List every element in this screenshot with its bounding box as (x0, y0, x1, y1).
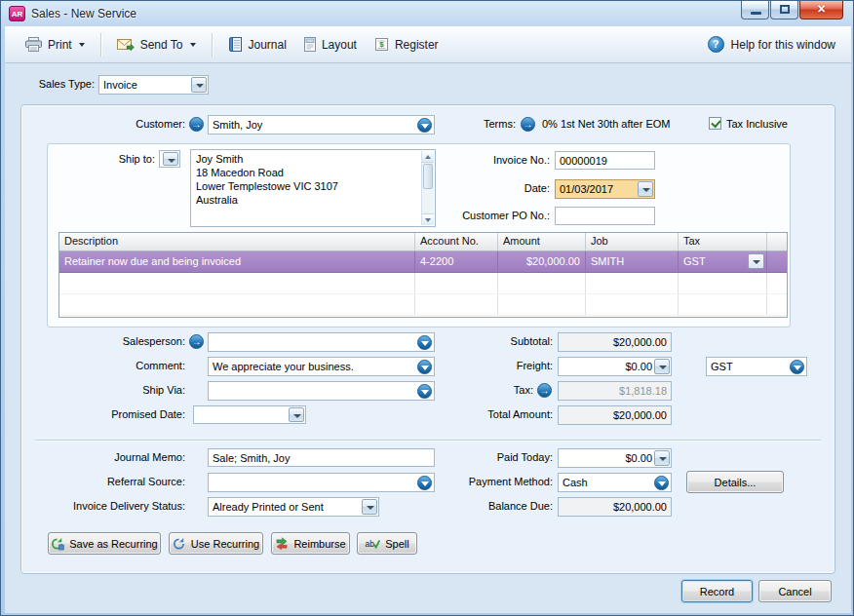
cell-description[interactable] (59, 294, 415, 315)
cell-blank[interactable] (767, 273, 787, 293)
tax-zoom-arrow-icon[interactable] (537, 383, 552, 398)
window: AR Sales - New Service Print (0, 0, 854, 616)
promised-date-combo[interactable] (193, 405, 306, 424)
table-row-selected[interactable]: Retainer now due and being invoiced 4-22… (59, 251, 787, 273)
cell-blank[interactable] (767, 251, 787, 272)
register-button[interactable]: $ Register (366, 31, 447, 58)
invoice-delivery-status-label: Invoice Delivery Status: (51, 500, 185, 512)
salesperson-zoom-arrow-icon[interactable] (189, 334, 204, 349)
section-divider (35, 440, 821, 442)
help-label: Help for this window (731, 38, 835, 52)
layout-button[interactable]: Layout (295, 31, 366, 58)
help-button[interactable]: Help for this window (704, 36, 839, 53)
date-dropdown-icon[interactable] (638, 181, 653, 197)
tax-inclusive-checkbox[interactable] (709, 117, 721, 130)
spell-icon: ab (365, 537, 380, 550)
ship-to-address-box[interactable]: Joy Smith 18 Macedon Road Lower Templest… (190, 149, 436, 227)
cell-job[interactable]: SMITH (586, 251, 679, 272)
cell-description[interactable]: Retainer now due and being invoiced (59, 251, 415, 272)
reimburse-button[interactable]: Reimburse (271, 532, 350, 555)
paid-today-field[interactable]: $0.00 (558, 448, 672, 468)
record-button[interactable]: Record (681, 580, 753, 602)
sales-type-dropdown-icon[interactable] (191, 77, 207, 93)
scrollbar-thumb[interactable] (423, 164, 433, 189)
cell-job[interactable] (586, 294, 679, 315)
payment-method-dropdown-icon[interactable] (654, 476, 669, 490)
window-title: Sales - New Service (31, 7, 136, 20)
customer-po-field[interactable] (555, 207, 655, 225)
cell-description[interactable] (59, 273, 415, 293)
send-to-button[interactable]: Send To (108, 31, 205, 58)
cancel-button[interactable]: Cancel (758, 580, 832, 602)
terms-value: 0% 1st Net 30th after EOM (542, 118, 670, 130)
journal-memo-value: Sale; Smith, Joy (213, 452, 430, 464)
print-label: Print (48, 38, 72, 52)
maximize-icon (780, 5, 790, 14)
invoice-no-label: Invoice No.: (408, 154, 550, 166)
customer-dropdown-icon[interactable] (417, 118, 432, 133)
referral-source-dropdown-icon[interactable] (417, 476, 432, 490)
cell-account[interactable] (415, 273, 498, 293)
save-as-recurring-button[interactable]: Save as Recurring (48, 532, 161, 555)
freight-tax-dropdown-icon[interactable] (790, 360, 804, 374)
spell-button[interactable]: ab Spell (357, 532, 417, 555)
cell-account[interactable]: 4-2200 (415, 251, 498, 272)
register-label: Register (395, 38, 439, 52)
payment-method-combo[interactable]: Cash (558, 473, 672, 492)
balance-due-field: $20,000.00 (558, 497, 672, 517)
referral-source-combo[interactable] (208, 473, 435, 492)
invoice-delivery-status-combo[interactable]: Already Printed or Sent (208, 497, 379, 517)
register-icon: $ (374, 37, 389, 52)
cell-account[interactable] (415, 294, 498, 315)
customer-combo[interactable]: Smith, Joy (208, 115, 435, 135)
journal-button[interactable]: Journal (219, 31, 295, 58)
sales-type-combo[interactable]: Invoice (98, 75, 209, 95)
comment-dropdown-icon[interactable] (417, 360, 432, 374)
cell-tax[interactable]: GST (679, 251, 767, 272)
date-field[interactable]: 01/03/2017 (555, 179, 655, 199)
ship-via-combo[interactable] (208, 381, 435, 401)
toolbar-separator (100, 33, 101, 57)
customer-zoom-arrow-icon[interactable] (189, 117, 204, 132)
cell-tax[interactable] (679, 273, 767, 293)
ship-to-selector[interactable] (159, 150, 180, 168)
sales-type-value: Invoice (103, 79, 189, 91)
cell-blank[interactable] (767, 294, 787, 315)
invoice-no-field[interactable]: 00000019 (555, 151, 655, 170)
help-icon (708, 36, 724, 53)
paid-today-dropdown-icon[interactable] (654, 450, 670, 466)
use-recurring-button[interactable]: Use Recurring (169, 532, 263, 555)
minimize-button[interactable] (741, 1, 769, 19)
maximize-button[interactable] (770, 1, 798, 19)
cell-job[interactable] (586, 273, 679, 293)
freight-field[interactable]: $0.00 (558, 357, 672, 376)
salesperson-combo[interactable] (208, 332, 435, 352)
journal-memo-field[interactable]: Sale; Smith, Joy (208, 448, 435, 467)
freight-value: $0.00 (563, 361, 652, 372)
table-row-empty[interactable] (59, 294, 787, 316)
promised-date-dropdown-icon[interactable] (289, 407, 304, 422)
salesperson-dropdown-icon[interactable] (417, 335, 432, 350)
table-row-empty[interactable] (59, 273, 787, 294)
invoice-delivery-status-dropdown-icon[interactable] (362, 499, 377, 515)
tax-code-dropdown-icon[interactable] (748, 253, 764, 269)
cell-amount[interactable] (498, 294, 586, 315)
freight-dropdown-icon[interactable] (654, 359, 670, 374)
ship-via-dropdown-icon[interactable] (417, 384, 432, 399)
reimburse-label: Reimburse (293, 538, 345, 550)
balance-due-value: $20,000.00 (563, 501, 667, 513)
cell-tax[interactable] (679, 294, 767, 315)
ship-to-dropdown-icon[interactable] (163, 152, 178, 166)
date-value: 01/03/2017 (560, 183, 636, 195)
details-button[interactable]: Details... (686, 471, 784, 493)
cell-amount[interactable] (498, 273, 586, 293)
comment-combo[interactable]: We appreciate your business. (208, 357, 435, 376)
payment-method-value: Cash (563, 477, 652, 488)
freight-tax-combo[interactable]: GST (706, 357, 807, 376)
terms-zoom-arrow-icon[interactable] (521, 117, 535, 132)
column-header-description: Description (59, 233, 415, 250)
close-button[interactable] (799, 1, 843, 19)
print-button[interactable]: Print (17, 31, 94, 58)
total-amount-value: $20,000.00 (563, 409, 667, 421)
cell-amount[interactable]: $20,000.00 (498, 251, 586, 272)
